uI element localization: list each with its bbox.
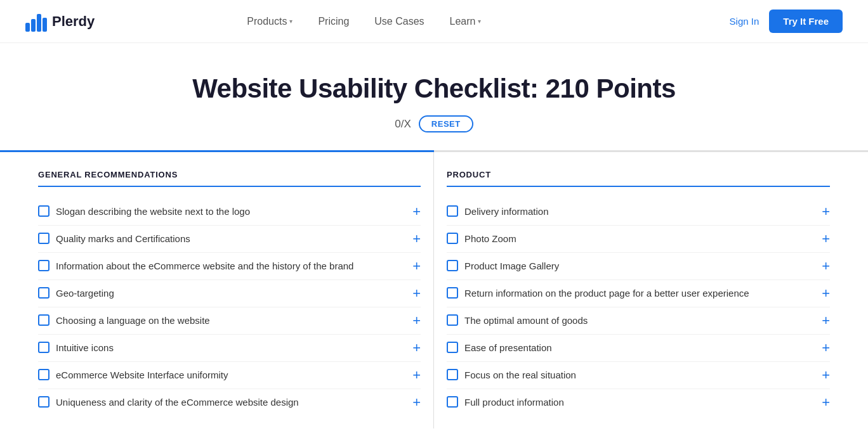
logo-icon	[25, 11, 47, 32]
main-nav: Products ▾ Pricing Use Cases Learn ▾	[234, 0, 494, 43]
left-col-title: GENERAL RECOMMENDATIONS	[38, 170, 421, 187]
nav-pricing-label: Pricing	[318, 16, 349, 27]
add-item-6-button[interactable]: +	[408, 341, 421, 355]
checkbox-3[interactable]	[38, 260, 49, 271]
add-item-3-button[interactable]: +	[408, 259, 421, 273]
item-text-r6: Ease of presentation	[464, 341, 552, 354]
reset-button[interactable]: RESET	[419, 115, 473, 132]
nav-item-learn[interactable]: Learn ▾	[437, 0, 494, 43]
add-item-2-button[interactable]: +	[408, 232, 421, 246]
hero-counter: 0/X RESET	[25, 115, 843, 132]
checkbox-2[interactable]	[38, 233, 49, 244]
list-item: Photo Zoom +	[447, 226, 830, 253]
list-item: Slogan describing the website next to th…	[38, 198, 421, 226]
add-item-1-button[interactable]: +	[408, 205, 421, 219]
item-text-1: Slogan describing the website next to th…	[56, 205, 250, 218]
list-item: Product Image Gallery +	[447, 253, 830, 280]
checkbox-r3[interactable]	[447, 260, 458, 271]
item-text-r7: Focus on the real situation	[464, 368, 576, 382]
list-item: Geo-targeting +	[38, 280, 421, 307]
checkbox-8[interactable]	[38, 396, 49, 408]
nav-item-pricing[interactable]: Pricing	[305, 0, 362, 43]
list-item: Intuitive icons +	[38, 335, 421, 362]
list-item: Full product information +	[447, 389, 830, 416]
nav-usecases-label: Use Cases	[374, 16, 424, 27]
add-item-r2-button[interactable]: +	[817, 232, 830, 246]
checkbox-7[interactable]	[38, 369, 49, 380]
list-item: eCommerce Website Interface uniformity +	[38, 362, 421, 389]
add-item-r1-button[interactable]: +	[817, 205, 830, 219]
products-chevron-icon: ▾	[289, 18, 293, 25]
nav-products-label: Products	[247, 16, 287, 27]
logo-text: Plerdy	[52, 13, 95, 30]
nav-learn-label: Learn	[450, 16, 476, 27]
add-item-r7-button[interactable]: +	[817, 368, 830, 382]
item-text-3: Information about the eCommerce website …	[56, 259, 353, 273]
checkbox-r4[interactable]	[447, 287, 458, 299]
item-text-r2: Photo Zoom	[464, 232, 516, 245]
logo[interactable]: Plerdy	[25, 11, 95, 32]
checklist-grid: GENERAL RECOMMENDATIONS Slogan describin…	[0, 152, 868, 428]
checkbox-4[interactable]	[38, 287, 49, 299]
add-item-r5-button[interactable]: +	[817, 314, 830, 328]
add-item-r4-button[interactable]: +	[817, 286, 830, 300]
navbar: Plerdy Products ▾ Pricing Use Cases Lear…	[0, 0, 868, 43]
add-item-r8-button[interactable]: +	[817, 396, 830, 409]
nav-item-products[interactable]: Products ▾	[234, 0, 305, 43]
add-item-r6-button[interactable]: +	[817, 341, 830, 355]
add-item-4-button[interactable]: +	[408, 286, 421, 300]
list-item: Focus on the real situation +	[447, 362, 830, 389]
item-text-r3: Product Image Gallery	[464, 259, 559, 273]
try-free-button[interactable]: Try It Free	[769, 10, 843, 33]
checkbox-r1[interactable]	[447, 205, 458, 217]
list-item: Return information on the product page f…	[447, 280, 830, 307]
left-column: GENERAL RECOMMENDATIONS Slogan describin…	[25, 152, 434, 428]
item-text-r8: Full product information	[464, 396, 564, 409]
list-item: Quality marks and Certifications +	[38, 226, 421, 253]
add-item-7-button[interactable]: +	[408, 368, 421, 382]
checkbox-r2[interactable]	[447, 233, 458, 244]
list-item: Uniqueness and clarity of the eCommerce …	[38, 389, 421, 416]
right-column: PRODUCT Delivery information + Photo Zoo…	[434, 152, 843, 428]
page-title: Website Usability Checklist: 210 Points	[25, 74, 843, 104]
list-item: Choosing a language on the website +	[38, 307, 421, 335]
add-item-r3-button[interactable]: +	[817, 259, 830, 273]
item-text-r1: Delivery information	[464, 205, 549, 218]
item-text-4: Geo-targeting	[56, 286, 114, 300]
add-item-8-button[interactable]: +	[408, 396, 421, 409]
checkbox-r7[interactable]	[447, 369, 458, 380]
hero-section: Website Usability Checklist: 210 Points …	[0, 43, 868, 150]
nav-item-usecases[interactable]: Use Cases	[362, 0, 437, 43]
item-text-7: eCommerce Website Interface uniformity	[56, 368, 228, 382]
checkbox-1[interactable]	[38, 205, 49, 217]
checkbox-6[interactable]	[38, 342, 49, 353]
list-item: Information about the eCommerce website …	[38, 253, 421, 280]
learn-chevron-icon: ▾	[478, 18, 481, 25]
checkbox-r5[interactable]	[447, 314, 458, 326]
navbar-right: Sign In Try It Free	[730, 10, 843, 33]
item-text-5: Choosing a language on the website	[56, 314, 210, 327]
checkbox-r6[interactable]	[447, 342, 458, 353]
right-col-title: PRODUCT	[447, 170, 830, 187]
sign-in-button[interactable]: Sign In	[730, 16, 760, 27]
list-item: The optimal amount of goods +	[447, 307, 830, 335]
list-item: Delivery information +	[447, 198, 830, 226]
navbar-left: Plerdy Products ▾ Pricing Use Cases Lear…	[25, 0, 494, 43]
item-text-r5: The optimal amount of goods	[464, 314, 588, 327]
item-text-r4: Return information on the product page f…	[464, 286, 749, 300]
counter-value: 0/X	[395, 118, 411, 131]
item-text-6: Intuitive icons	[56, 341, 114, 354]
checkbox-r8[interactable]	[447, 396, 458, 408]
list-item: Ease of presentation +	[447, 335, 830, 362]
checkbox-5[interactable]	[38, 314, 49, 326]
add-item-5-button[interactable]: +	[408, 314, 421, 328]
item-text-2: Quality marks and Certifications	[56, 232, 190, 245]
item-text-8: Uniqueness and clarity of the eCommerce …	[56, 396, 299, 409]
